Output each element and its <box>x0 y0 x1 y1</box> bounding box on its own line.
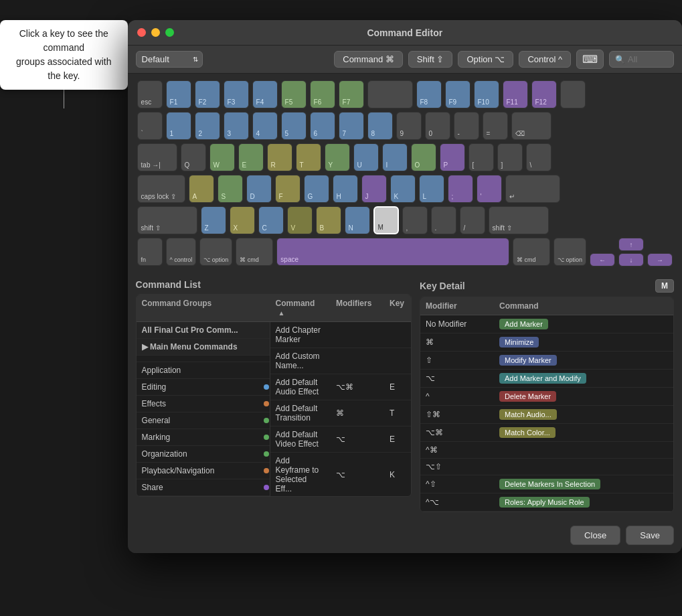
key-f4[interactable]: F4 <box>252 80 278 108</box>
list-item-organization[interactable]: Organization <box>137 446 270 463</box>
key-f1[interactable]: F1 <box>166 80 191 108</box>
key-f5[interactable]: F5 <box>281 80 307 108</box>
key-u[interactable]: U <box>353 143 379 171</box>
modifier-option-button[interactable]: Option ⌥ <box>458 51 513 68</box>
key-1[interactable]: 1 <box>166 112 191 140</box>
detail-row[interactable]: ⌥ Add Marker and Modify <box>420 370 673 388</box>
key-right-option[interactable]: ⌥ option <box>553 238 586 266</box>
list-item[interactable]: Add Chapter Marker <box>270 322 411 348</box>
detail-row[interactable]: ^⇧ Delete Markers In Selection <box>420 475 673 493</box>
key-y[interactable]: Y <box>325 143 350 171</box>
key-h[interactable]: H <box>333 175 358 203</box>
key-f6[interactable]: F6 <box>310 80 335 108</box>
key-f12[interactable]: F12 <box>531 80 557 108</box>
key-quote[interactable]: ' <box>477 175 502 203</box>
key-semicolon[interactable]: ; <box>448 175 473 203</box>
key-f11[interactable]: F11 <box>503 80 528 108</box>
key-s[interactable]: S <box>218 175 243 203</box>
key-comma[interactable]: , <box>402 206 428 234</box>
key-4[interactable]: 4 <box>252 112 278 140</box>
preset-dropdown[interactable]: Default ⇅ <box>136 51 203 68</box>
search-input[interactable] <box>628 54 668 64</box>
list-item-application[interactable]: Application <box>137 362 270 379</box>
key-m[interactable]: M <box>373 206 399 234</box>
key-c[interactable]: C <box>258 206 284 234</box>
key-x[interactable]: X <box>230 206 255 234</box>
key-7[interactable]: 7 <box>339 112 364 140</box>
detail-row[interactable]: ⇧ Modify Marker <box>420 352 673 370</box>
key-esc[interactable]: esc <box>137 80 163 108</box>
list-item[interactable]: All Final Cut Pro Comm... <box>137 322 270 339</box>
key-b[interactable]: B <box>316 206 341 234</box>
key-g[interactable]: G <box>304 175 329 203</box>
close-button[interactable] <box>137 28 146 37</box>
list-item-effects[interactable]: Effects <box>137 396 270 412</box>
list-item-general[interactable]: General <box>137 412 270 429</box>
detail-row[interactable]: ⌥⌘ Match Color... <box>420 424 673 442</box>
key-n[interactable]: N <box>345 206 370 234</box>
key-left-cmd[interactable]: ⌘ cmd <box>236 238 273 266</box>
list-item-editing[interactable]: Editing <box>137 379 270 396</box>
key-minus[interactable]: - <box>454 112 479 140</box>
modifier-shift-button[interactable]: Shift ⇧ <box>408 51 453 68</box>
detail-row[interactable]: ⌘ Minimize <box>420 333 673 352</box>
detail-row[interactable]: ^ Delete Marker <box>420 388 673 406</box>
detail-row[interactable]: ⌥⇧ <box>420 459 673 475</box>
close-dialog-button[interactable]: Close <box>570 526 620 545</box>
key-f9[interactable]: F9 <box>445 80 471 108</box>
key-power[interactable] <box>560 80 586 108</box>
key-v[interactable]: V <box>287 206 313 234</box>
key-r[interactable]: R <box>267 143 292 171</box>
key-left[interactable]: ← <box>590 253 615 266</box>
maximize-button[interactable] <box>165 28 174 37</box>
key-backspace[interactable]: ⌫ <box>511 112 551 140</box>
key-space[interactable]: space <box>276 238 509 266</box>
detail-row[interactable]: No Modifier Add Marker <box>420 315 673 333</box>
key-2[interactable]: 2 <box>195 112 220 140</box>
detail-row[interactable]: ^⌘ <box>420 442 673 459</box>
key-slash[interactable]: / <box>460 206 485 234</box>
key-8[interactable]: 8 <box>367 112 393 140</box>
key-fn[interactable]: fn <box>137 238 163 266</box>
key-enter[interactable]: ↵ <box>505 175 560 203</box>
key-f8[interactable]: F8 <box>416 80 442 108</box>
key-right-cmd[interactable]: ⌘ cmd <box>513 238 550 266</box>
list-item[interactable]: ▶ Main Menu Commands <box>137 339 270 356</box>
key-3[interactable]: 3 <box>224 112 249 140</box>
key-f7[interactable]: F7 <box>339 80 364 108</box>
keyboard-icon-button[interactable]: ⌨ <box>576 50 604 69</box>
key-5[interactable]: 5 <box>281 112 307 140</box>
key-period[interactable]: . <box>431 206 456 234</box>
key-0[interactable]: 0 <box>425 112 450 140</box>
key-up[interactable]: ↑ <box>618 238 644 251</box>
minimize-button[interactable] <box>151 28 160 37</box>
key-a[interactable]: A <box>189 175 214 203</box>
key-9[interactable]: 9 <box>396 112 422 140</box>
key-f2[interactable]: F2 <box>195 80 220 108</box>
key-lbracket[interactable]: [ <box>468 143 494 171</box>
list-item[interactable]: Add Default Audio Effect ⌥⌘ E <box>270 374 411 400</box>
key-backslash[interactable]: \ <box>526 143 551 171</box>
list-item[interactable]: Add Custom Name... <box>270 348 411 374</box>
key-f[interactable]: F <box>275 175 301 203</box>
key-i[interactable]: I <box>382 143 408 171</box>
key-rbracket[interactable]: ] <box>497 143 523 171</box>
list-item-share[interactable]: Share <box>137 479 270 496</box>
list-item-playback[interactable]: Playback/Navigation <box>137 463 270 479</box>
key-f3[interactable]: F3 <box>224 80 249 108</box>
list-item-marking[interactable]: Marking <box>137 429 270 446</box>
key-equals[interactable]: = <box>483 112 508 140</box>
key-down[interactable]: ↓ <box>618 253 644 266</box>
key-right[interactable]: → <box>647 253 673 266</box>
key-l[interactable]: L <box>419 175 444 203</box>
key-backtick[interactable]: ` <box>137 112 163 140</box>
detail-row[interactable]: ⇧⌘ Match Audio... <box>420 406 673 424</box>
save-button[interactable]: Save <box>626 526 674 545</box>
key-right-shift[interactable]: shift ⇧ <box>489 206 549 234</box>
modifier-control-button[interactable]: Control ^ <box>519 51 571 68</box>
key-q[interactable]: Q <box>181 143 206 171</box>
key-caps-lock[interactable]: caps lock ⇪ <box>137 175 185 203</box>
detail-row[interactable]: ^⌥ Roles: Apply Music Role <box>420 493 673 512</box>
key-left-shift[interactable]: shift ⇧ <box>137 206 197 234</box>
list-item[interactable]: Add Keyframe to Selected Eff... ⌥ K <box>270 453 411 496</box>
